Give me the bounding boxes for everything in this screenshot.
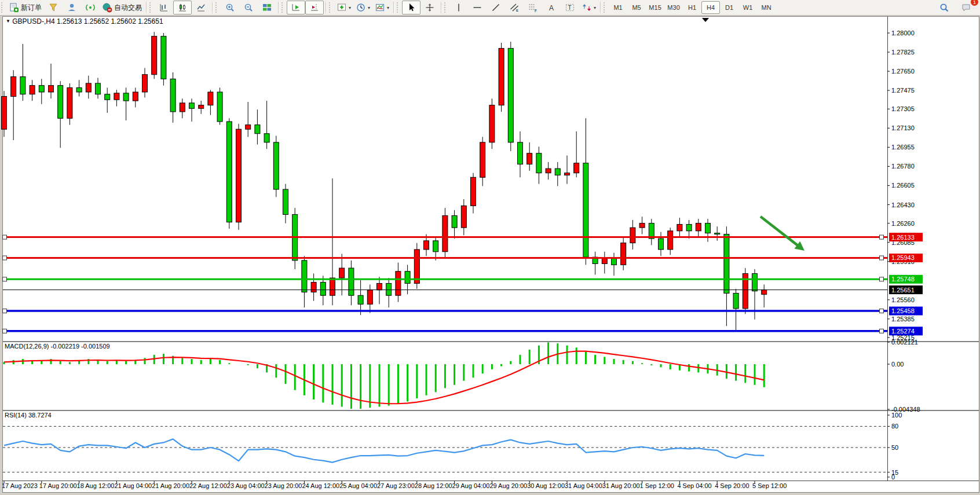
toolbar-separator bbox=[212, 2, 213, 13]
timeframe-h1-button[interactable]: H1 bbox=[683, 1, 701, 14]
rsi-tick-label: 80 bbox=[891, 423, 898, 430]
price-badge-label: 1.25943 bbox=[891, 254, 915, 261]
bear-candle-body bbox=[452, 215, 457, 228]
chat-button[interactable]: 1 bbox=[957, 1, 975, 14]
toolbar-separator bbox=[278, 2, 279, 13]
channel-button[interactable]: E bbox=[505, 1, 524, 14]
bar-chart-icon bbox=[159, 2, 169, 13]
crosshair-icon bbox=[425, 2, 435, 13]
bear-candle-body bbox=[733, 293, 738, 308]
line-handle[interactable] bbox=[880, 329, 884, 333]
templates-button[interactable]: ▾ bbox=[372, 1, 392, 14]
bear-candle-body bbox=[161, 36, 166, 79]
main-toolbar: 新订单自动交易▾▾▾EFAT▾M1M5M15M30H1H4D1W1MN1 bbox=[0, 0, 980, 16]
notification-badge: 1 bbox=[971, 0, 978, 6]
channel-icon: E bbox=[509, 2, 520, 13]
label-button[interactable]: T bbox=[561, 1, 579, 14]
bear-candle-body bbox=[39, 86, 44, 92]
price-tick-label: 1.28000 bbox=[891, 30, 915, 36]
timeframe-m5-button[interactable]: M5 bbox=[627, 1, 646, 14]
zoom-in-button[interactable] bbox=[221, 1, 239, 14]
indicators-button[interactable]: ▾ bbox=[334, 1, 353, 14]
candle bbox=[161, 33, 166, 86]
quotes-button[interactable] bbox=[44, 1, 63, 14]
timeframe-w1-button[interactable]: W1 bbox=[738, 1, 757, 14]
bear-candle-body bbox=[96, 83, 101, 94]
bear-candle-body bbox=[349, 268, 354, 295]
community-button[interactable] bbox=[63, 1, 81, 14]
timeframe-mn-button[interactable]: MN bbox=[757, 1, 776, 14]
vline-button[interactable] bbox=[449, 1, 468, 14]
timeframe-h4-button[interactable]: H4 bbox=[701, 1, 720, 14]
price-badge: 1.25651 bbox=[889, 285, 923, 294]
text-button[interactable]: A bbox=[542, 1, 561, 14]
shapes-button[interactable]: ▾ bbox=[579, 1, 598, 14]
bull-candle-body bbox=[236, 129, 242, 222]
trendline-button[interactable] bbox=[487, 1, 505, 14]
collapse-triangle-icon[interactable]: ▼ bbox=[6, 19, 10, 24]
bull-candle-body bbox=[208, 92, 213, 105]
price-badge: 1.25274 bbox=[889, 327, 923, 335]
line-handle[interactable] bbox=[3, 235, 7, 239]
price-badge: 1.25458 bbox=[889, 307, 923, 316]
bull-candle-body bbox=[602, 258, 607, 263]
dropdown-caret-icon[interactable]: ▾ bbox=[368, 5, 370, 10]
timeframe-m1-button[interactable]: M1 bbox=[609, 1, 627, 14]
timeframe-m30-button[interactable]: M30 bbox=[664, 1, 683, 14]
line-chart-icon bbox=[196, 2, 206, 13]
zoom-out-button[interactable] bbox=[239, 1, 258, 14]
price-tick-label: 1.27475 bbox=[891, 87, 915, 94]
bear-candle-body bbox=[536, 153, 542, 173]
price-tick-label: 1.26955 bbox=[891, 144, 915, 151]
time-axis[interactable]: 17 Aug 202317 Aug 20:0018 Aug 12:0021 Au… bbox=[2, 481, 787, 489]
auto-scroll-button[interactable] bbox=[287, 1, 305, 14]
timeframe-d1-button[interactable]: D1 bbox=[720, 1, 738, 14]
candle-chart-button[interactable] bbox=[173, 1, 192, 14]
tile-windows-button[interactable] bbox=[258, 1, 276, 14]
chart-canvas[interactable]: 1.280001.278251.276501.274751.273051.271… bbox=[0, 15, 980, 495]
new-order-button[interactable]: 新订单 bbox=[6, 1, 44, 14]
timeframe-m15-button[interactable]: M15 bbox=[646, 1, 664, 14]
macd-tick-label: 0.00 bbox=[891, 361, 904, 368]
time-tick-label: 18 Aug 12:00 bbox=[77, 482, 115, 489]
bar-chart-button[interactable] bbox=[155, 1, 173, 14]
svg-text:E: E bbox=[516, 9, 518, 12]
toolbar-group-handle bbox=[149, 2, 153, 13]
line-handle[interactable] bbox=[3, 256, 7, 260]
crosshair-button[interactable] bbox=[420, 1, 439, 14]
price-tick-label: 1.27130 bbox=[891, 124, 915, 131]
high-value: 1.25652 bbox=[84, 17, 109, 25]
hline-icon bbox=[472, 2, 482, 13]
chart-shift-button[interactable] bbox=[305, 1, 324, 14]
dropdown-caret-icon[interactable]: ▾ bbox=[387, 5, 389, 10]
bull-candle-body bbox=[199, 105, 204, 109]
template-icon bbox=[375, 2, 385, 13]
line-handle[interactable] bbox=[880, 309, 884, 313]
line-handle[interactable] bbox=[880, 256, 884, 260]
line-handle[interactable] bbox=[3, 329, 7, 333]
rsi-value: 38.7274 bbox=[28, 412, 52, 419]
autotrade-button[interactable]: 自动交易 bbox=[100, 1, 144, 14]
search-button[interactable] bbox=[935, 1, 953, 14]
chart-window-frame bbox=[2, 16, 979, 492]
time-tick-label: 31 Aug 04:00 bbox=[565, 482, 602, 489]
line-chart-button[interactable] bbox=[192, 1, 210, 14]
signals-button[interactable] bbox=[81, 1, 100, 14]
bull-candle-body bbox=[311, 283, 316, 292]
bear-candle-body bbox=[273, 142, 279, 189]
hline-button[interactable] bbox=[468, 1, 487, 14]
dropdown-caret-icon[interactable]: ▾ bbox=[349, 5, 351, 10]
dropdown-caret-icon[interactable]: ▾ bbox=[594, 5, 596, 10]
periods-button[interactable]: ▾ bbox=[353, 1, 372, 14]
tile-windows-icon bbox=[262, 2, 272, 13]
line-handle[interactable] bbox=[3, 309, 7, 313]
time-tick-label: 25 Aug 04:00 bbox=[339, 482, 377, 489]
line-handle[interactable] bbox=[3, 277, 7, 281]
funnel-icon bbox=[48, 2, 58, 13]
line-handle[interactable] bbox=[880, 277, 884, 281]
line-handle[interactable] bbox=[880, 235, 884, 239]
indicators-icon bbox=[337, 2, 347, 13]
cursor-button[interactable] bbox=[402, 1, 420, 14]
fibonacci-button[interactable]: F bbox=[524, 1, 542, 14]
bull-candle-body bbox=[49, 86, 54, 92]
